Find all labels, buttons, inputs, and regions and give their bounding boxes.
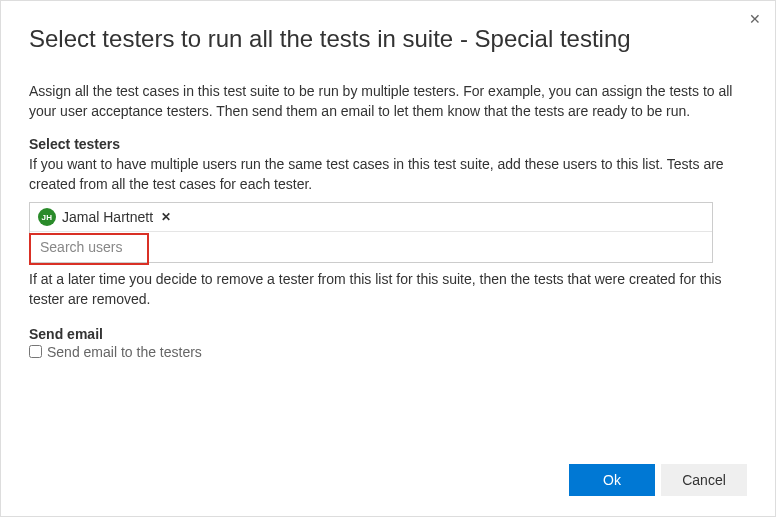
cancel-button[interactable]: Cancel [661,464,747,496]
send-email-row: Send email to the testers [29,344,747,360]
remove-chip-icon[interactable]: ✕ [159,210,173,224]
send-email-checkbox[interactable] [29,345,42,358]
tester-chip: JH Jamal Hartnett ✕ [30,203,712,231]
tester-picker: JH Jamal Hartnett ✕ [29,202,713,263]
select-testers-help: If you want to have multiple users run t… [29,154,747,195]
tester-chip-name: Jamal Hartnett [62,209,153,225]
avatar: JH [38,208,56,226]
ok-button[interactable]: Ok [569,464,655,496]
dialog-title: Select testers to run all the tests in s… [29,25,747,53]
send-email-checkbox-label: Send email to the testers [47,344,202,360]
close-icon[interactable]: ✕ [749,11,761,27]
tester-assignment-dialog: ✕ Select testers to run all the tests in… [1,1,775,516]
intro-text: Assign all the test cases in this test s… [29,81,747,122]
remove-note-text: If at a later time you decide to remove … [29,269,747,310]
search-users-input[interactable] [30,232,712,262]
send-email-label: Send email [29,326,747,342]
search-row [30,231,712,262]
dialog-footer: Ok Cancel [29,452,747,496]
select-testers-label: Select testers [29,136,747,152]
